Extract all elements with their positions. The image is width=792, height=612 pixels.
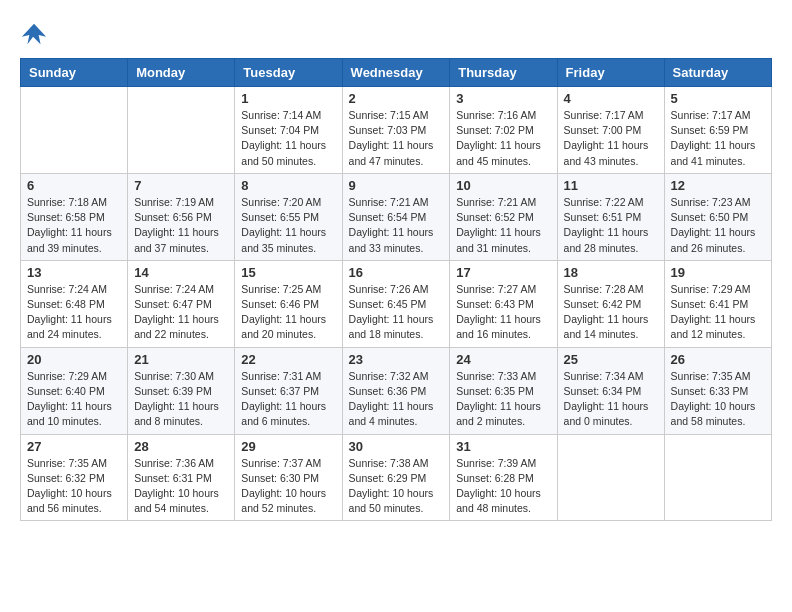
calendar-cell: 11Sunrise: 7:22 AMSunset: 6:51 PMDayligh… [557,173,664,260]
day-number: 22 [241,352,335,367]
day-info: Sunrise: 7:35 AMSunset: 6:33 PMDaylight:… [671,369,765,430]
day-info: Sunrise: 7:38 AMSunset: 6:29 PMDaylight:… [349,456,444,517]
calendar-cell: 24Sunrise: 7:33 AMSunset: 6:35 PMDayligh… [450,347,557,434]
day-number: 26 [671,352,765,367]
day-info: Sunrise: 7:33 AMSunset: 6:35 PMDaylight:… [456,369,550,430]
day-number: 5 [671,91,765,106]
calendar-cell: 29Sunrise: 7:37 AMSunset: 6:30 PMDayligh… [235,434,342,521]
day-number: 17 [456,265,550,280]
column-header-wednesday: Wednesday [342,59,450,87]
calendar-week-row: 13Sunrise: 7:24 AMSunset: 6:48 PMDayligh… [21,260,772,347]
day-info: Sunrise: 7:28 AMSunset: 6:42 PMDaylight:… [564,282,658,343]
day-number: 4 [564,91,658,106]
day-info: Sunrise: 7:16 AMSunset: 7:02 PMDaylight:… [456,108,550,169]
day-number: 1 [241,91,335,106]
day-number: 31 [456,439,550,454]
day-number: 15 [241,265,335,280]
day-number: 25 [564,352,658,367]
calendar-cell: 23Sunrise: 7:32 AMSunset: 6:36 PMDayligh… [342,347,450,434]
column-header-tuesday: Tuesday [235,59,342,87]
day-info: Sunrise: 7:39 AMSunset: 6:28 PMDaylight:… [456,456,550,517]
day-number: 21 [134,352,228,367]
day-number: 13 [27,265,121,280]
calendar-cell: 13Sunrise: 7:24 AMSunset: 6:48 PMDayligh… [21,260,128,347]
day-number: 19 [671,265,765,280]
calendar-cell: 20Sunrise: 7:29 AMSunset: 6:40 PMDayligh… [21,347,128,434]
day-number: 16 [349,265,444,280]
page-header [20,20,772,48]
day-info: Sunrise: 7:17 AMSunset: 7:00 PMDaylight:… [564,108,658,169]
day-number: 7 [134,178,228,193]
calendar-cell: 22Sunrise: 7:31 AMSunset: 6:37 PMDayligh… [235,347,342,434]
day-number: 29 [241,439,335,454]
day-info: Sunrise: 7:19 AMSunset: 6:56 PMDaylight:… [134,195,228,256]
day-info: Sunrise: 7:36 AMSunset: 6:31 PMDaylight:… [134,456,228,517]
day-info: Sunrise: 7:21 AMSunset: 6:54 PMDaylight:… [349,195,444,256]
day-info: Sunrise: 7:21 AMSunset: 6:52 PMDaylight:… [456,195,550,256]
day-info: Sunrise: 7:15 AMSunset: 7:03 PMDaylight:… [349,108,444,169]
day-info: Sunrise: 7:29 AMSunset: 6:41 PMDaylight:… [671,282,765,343]
calendar-cell: 8Sunrise: 7:20 AMSunset: 6:55 PMDaylight… [235,173,342,260]
day-number: 24 [456,352,550,367]
day-number: 11 [564,178,658,193]
logo-icon [20,20,48,48]
day-info: Sunrise: 7:32 AMSunset: 6:36 PMDaylight:… [349,369,444,430]
calendar-cell: 28Sunrise: 7:36 AMSunset: 6:31 PMDayligh… [128,434,235,521]
calendar-cell [557,434,664,521]
calendar-header-row: SundayMondayTuesdayWednesdayThursdayFrid… [21,59,772,87]
calendar-cell [664,434,771,521]
day-info: Sunrise: 7:25 AMSunset: 6:46 PMDaylight:… [241,282,335,343]
calendar-cell: 3Sunrise: 7:16 AMSunset: 7:02 PMDaylight… [450,87,557,174]
day-info: Sunrise: 7:27 AMSunset: 6:43 PMDaylight:… [456,282,550,343]
calendar-cell: 30Sunrise: 7:38 AMSunset: 6:29 PMDayligh… [342,434,450,521]
day-info: Sunrise: 7:24 AMSunset: 6:47 PMDaylight:… [134,282,228,343]
day-number: 23 [349,352,444,367]
column-header-sunday: Sunday [21,59,128,87]
day-number: 10 [456,178,550,193]
day-info: Sunrise: 7:34 AMSunset: 6:34 PMDaylight:… [564,369,658,430]
logo [20,20,52,48]
calendar-cell: 6Sunrise: 7:18 AMSunset: 6:58 PMDaylight… [21,173,128,260]
day-number: 27 [27,439,121,454]
column-header-saturday: Saturday [664,59,771,87]
calendar-cell: 9Sunrise: 7:21 AMSunset: 6:54 PMDaylight… [342,173,450,260]
calendar-cell: 1Sunrise: 7:14 AMSunset: 7:04 PMDaylight… [235,87,342,174]
calendar-cell: 10Sunrise: 7:21 AMSunset: 6:52 PMDayligh… [450,173,557,260]
column-header-friday: Friday [557,59,664,87]
calendar-cell: 2Sunrise: 7:15 AMSunset: 7:03 PMDaylight… [342,87,450,174]
calendar-cell: 26Sunrise: 7:35 AMSunset: 6:33 PMDayligh… [664,347,771,434]
calendar-week-row: 27Sunrise: 7:35 AMSunset: 6:32 PMDayligh… [21,434,772,521]
calendar-cell: 15Sunrise: 7:25 AMSunset: 6:46 PMDayligh… [235,260,342,347]
day-number: 8 [241,178,335,193]
calendar-cell: 31Sunrise: 7:39 AMSunset: 6:28 PMDayligh… [450,434,557,521]
day-info: Sunrise: 7:30 AMSunset: 6:39 PMDaylight:… [134,369,228,430]
calendar-cell: 7Sunrise: 7:19 AMSunset: 6:56 PMDaylight… [128,173,235,260]
calendar-cell: 25Sunrise: 7:34 AMSunset: 6:34 PMDayligh… [557,347,664,434]
day-info: Sunrise: 7:22 AMSunset: 6:51 PMDaylight:… [564,195,658,256]
calendar-cell: 21Sunrise: 7:30 AMSunset: 6:39 PMDayligh… [128,347,235,434]
day-number: 3 [456,91,550,106]
calendar-cell: 12Sunrise: 7:23 AMSunset: 6:50 PMDayligh… [664,173,771,260]
day-info: Sunrise: 7:14 AMSunset: 7:04 PMDaylight:… [241,108,335,169]
calendar-cell: 4Sunrise: 7:17 AMSunset: 7:00 PMDaylight… [557,87,664,174]
day-info: Sunrise: 7:18 AMSunset: 6:58 PMDaylight:… [27,195,121,256]
svg-marker-0 [22,24,46,45]
day-info: Sunrise: 7:29 AMSunset: 6:40 PMDaylight:… [27,369,121,430]
day-info: Sunrise: 7:20 AMSunset: 6:55 PMDaylight:… [241,195,335,256]
calendar-week-row: 6Sunrise: 7:18 AMSunset: 6:58 PMDaylight… [21,173,772,260]
day-info: Sunrise: 7:26 AMSunset: 6:45 PMDaylight:… [349,282,444,343]
calendar-cell [21,87,128,174]
day-info: Sunrise: 7:37 AMSunset: 6:30 PMDaylight:… [241,456,335,517]
calendar-cell: 14Sunrise: 7:24 AMSunset: 6:47 PMDayligh… [128,260,235,347]
calendar-cell: 17Sunrise: 7:27 AMSunset: 6:43 PMDayligh… [450,260,557,347]
day-number: 20 [27,352,121,367]
day-number: 14 [134,265,228,280]
day-info: Sunrise: 7:17 AMSunset: 6:59 PMDaylight:… [671,108,765,169]
calendar-cell: 16Sunrise: 7:26 AMSunset: 6:45 PMDayligh… [342,260,450,347]
day-info: Sunrise: 7:23 AMSunset: 6:50 PMDaylight:… [671,195,765,256]
calendar-week-row: 20Sunrise: 7:29 AMSunset: 6:40 PMDayligh… [21,347,772,434]
day-number: 6 [27,178,121,193]
calendar-cell: 5Sunrise: 7:17 AMSunset: 6:59 PMDaylight… [664,87,771,174]
column-header-monday: Monday [128,59,235,87]
day-info: Sunrise: 7:31 AMSunset: 6:37 PMDaylight:… [241,369,335,430]
